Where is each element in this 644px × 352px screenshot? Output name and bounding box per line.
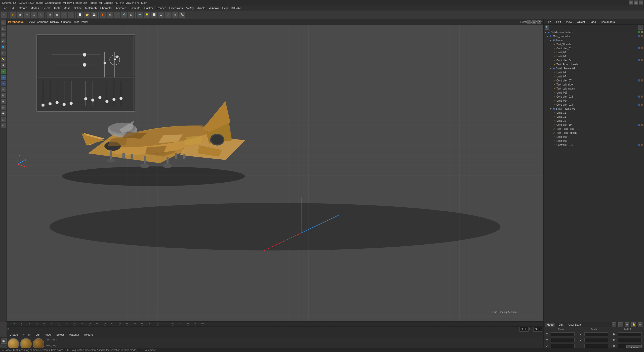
mat-select-tab[interactable]: Select xyxy=(55,333,66,337)
toolbar-rectangle-selection[interactable]: ▣ xyxy=(17,12,23,18)
tool-sym-s3[interactable]: S xyxy=(1,80,6,86)
toolbar-new-scene[interactable]: 📄 xyxy=(77,12,83,18)
toolbar-point-mode[interactable]: · xyxy=(68,12,74,18)
expand-icon[interactable] xyxy=(547,36,549,37)
toolbar-scale[interactable]: ⇲ xyxy=(31,12,37,18)
tool-group3[interactable]: ▥ xyxy=(1,105,6,110)
tool-group1[interactable]: ▤ xyxy=(1,93,6,98)
toolbar-object-mode[interactable]: ◆ xyxy=(47,12,53,18)
toolbar-move[interactable]: ✛ xyxy=(24,12,30,18)
transport-to-start[interactable]: ⏮ xyxy=(1,338,7,344)
expand-icon[interactable] xyxy=(550,108,552,110)
toolbar-live-selection[interactable]: ◎ xyxy=(10,12,16,18)
menu-tools[interactable]: Tools xyxy=(52,6,62,10)
attr-filter-btn[interactable]: ⊞ xyxy=(625,322,629,327)
obj-limit-07[interactable]: ○ Limit_07 xyxy=(544,74,644,78)
toolbar-effector[interactable]: ◈ xyxy=(172,12,178,18)
obj-limit-09[interactable]: ○ Limit_09 xyxy=(544,70,644,74)
menu-modes[interactable]: Modes xyxy=(29,6,41,10)
minimize-button[interactable]: ─ xyxy=(629,1,633,5)
tool-group5[interactable]: ◫ xyxy=(1,117,6,122)
end-frame-input[interactable] xyxy=(519,327,529,332)
menu-select[interactable]: Select xyxy=(41,6,52,10)
viewport-close-btn[interactable]: ✕ xyxy=(537,20,541,24)
toolbar-rotate[interactable]: ↻ xyxy=(38,12,45,18)
obj-text-right-side[interactable]: A Text_Right_side xyxy=(544,127,644,131)
obj-limit-11[interactable]: ○ Limit_11 xyxy=(544,111,644,115)
obj-controller-07[interactable]: ○ Controller_07 xyxy=(544,78,644,82)
obj-main-controller[interactable]: ⊕ Main_controller xyxy=(544,34,644,38)
toolbar-poly-mode[interactable]: ▦ xyxy=(54,12,60,18)
tool-select[interactable]: ⬡ xyxy=(1,26,6,32)
options-tab[interactable]: Options xyxy=(61,20,71,23)
obj-small-frame-01[interactable]: ▣ Small_Frame_01 xyxy=(544,66,644,70)
viewport-expand-btn[interactable]: ⊞ xyxy=(532,20,536,24)
z-pos-input[interactable] xyxy=(551,344,575,348)
menu-render[interactable]: Render xyxy=(155,6,167,10)
view-tab[interactable]: View xyxy=(29,20,35,23)
obj-frame[interactable]: ▣ Frame xyxy=(544,38,644,42)
obj-controller-013[interactable]: ○ Controller_013 xyxy=(544,95,644,99)
h-input[interactable] xyxy=(618,332,641,336)
toolbar-save[interactable]: 💾 xyxy=(91,12,97,18)
om-file-tab[interactable]: File xyxy=(545,20,553,24)
om-bookmarks-tab[interactable]: Bookmarks xyxy=(599,20,616,24)
mat-vray-tab[interactable]: V-Ray xyxy=(21,333,32,337)
tool-sym-s2[interactable]: S xyxy=(1,74,6,80)
obj-limit-12[interactable]: ○ Limit_12 xyxy=(544,115,644,119)
attr-up-btn[interactable]: ↑ xyxy=(618,322,623,327)
tool-group6[interactable]: ⚙ xyxy=(1,123,6,128)
z-scale-input[interactable] xyxy=(584,344,608,348)
tool-group4[interactable]: 🔲 xyxy=(1,111,6,116)
om-tags-tab[interactable]: Tags xyxy=(588,20,597,24)
obj-limit-013[interactable]: ○ Limit_013 xyxy=(544,91,644,95)
obj-text-front-chassis[interactable]: A Text_Front_chassis xyxy=(544,62,644,66)
toolbar-edge-mode[interactable]: ╱ xyxy=(61,12,67,18)
menu-tracker[interactable]: Tracker xyxy=(142,6,155,10)
menu-file[interactable]: File xyxy=(1,6,9,10)
menu-extensions[interactable]: Extensions xyxy=(168,6,184,10)
menu-arnold[interactable]: Arnold xyxy=(196,6,207,10)
x-scale-input[interactable] xyxy=(584,332,608,336)
window-controls[interactable]: ─ □ ✕ xyxy=(629,1,643,5)
toolbar-render-settings[interactable]: ⚙ xyxy=(107,12,113,18)
filter-tab[interactable]: Filter xyxy=(73,20,79,23)
expand-icon[interactable] xyxy=(550,68,552,69)
toolbar-workplane[interactable]: ⊞ xyxy=(128,12,134,18)
menu-spline[interactable]: Spline xyxy=(72,6,83,10)
tool-brush[interactable]: 🖌 xyxy=(1,38,6,44)
expand-icon[interactable] xyxy=(550,40,552,41)
tool-sym-s[interactable]: S xyxy=(1,68,6,74)
display-tab[interactable]: Display xyxy=(50,20,59,23)
toolbar-undo[interactable]: ↩ xyxy=(1,12,8,18)
tool-move2[interactable]: ↔ xyxy=(1,86,6,92)
mat-texture-tab[interactable]: Texture xyxy=(82,333,94,337)
mat-create-tab[interactable]: Create xyxy=(8,333,19,337)
obj-controller-10[interactable]: ○ Controller_10 xyxy=(544,123,644,127)
menu-vray[interactable]: V-Ray xyxy=(185,6,195,10)
toolbar-open[interactable]: 📂 xyxy=(84,12,90,18)
obj-text-left-option[interactable]: A Text_Left_option xyxy=(544,86,644,91)
x-pos-input[interactable] xyxy=(551,332,575,336)
attr-mode-tab[interactable]: Mode xyxy=(545,323,555,327)
menu-3dtoai[interactable]: 3DToAI xyxy=(230,6,242,10)
obj-limit-014[interactable]: ○ Limit_014 xyxy=(544,99,644,103)
toolbar-deformer[interactable]: ⤴ xyxy=(165,12,171,18)
attr-user-data-tab[interactable]: User Data xyxy=(567,323,583,327)
om-search-btn[interactable]: 🔍 xyxy=(545,25,549,30)
tool-paint[interactable]: 🪣 xyxy=(1,44,6,50)
attr-lock-btn[interactable]: 🔒 xyxy=(631,322,636,327)
om-filter-btn[interactable]: ≡ xyxy=(638,25,643,30)
obj-controller-016[interactable]: ○ Controller_016 xyxy=(544,143,644,147)
maximize-button[interactable]: □ xyxy=(634,1,638,5)
toolbar-light[interactable]: 💡 xyxy=(144,12,150,18)
menu-create[interactable]: Create xyxy=(17,6,29,10)
obj-subdivision-surface[interactable]: ◈ Subdivision Surface xyxy=(544,30,644,34)
obj-text-right-option[interactable]: A Text_Right_option xyxy=(544,131,644,135)
mat-view-tab[interactable]: View xyxy=(44,333,53,337)
close-button[interactable]: ✕ xyxy=(639,1,643,5)
expand-icon[interactable] xyxy=(545,32,547,33)
attr-edit-tab[interactable]: Edit xyxy=(557,323,565,327)
menu-mesh[interactable]: Mesh xyxy=(62,6,72,10)
y-pos-input[interactable] xyxy=(551,338,575,342)
